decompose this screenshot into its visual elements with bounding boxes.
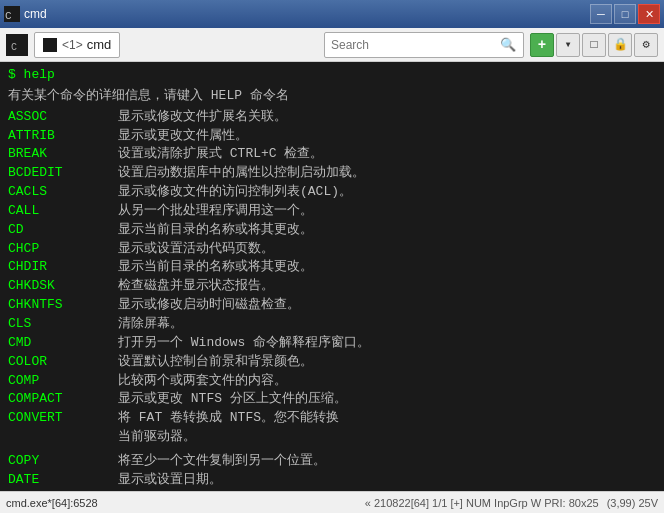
- cmd-name: CLS: [8, 315, 118, 334]
- cmd-name: COPY: [8, 452, 118, 471]
- cmd-name: CHDIR: [8, 258, 118, 277]
- table-row: CD显示当前目录的名称或将其更改。: [8, 221, 656, 240]
- maximize-button[interactable]: □: [614, 4, 636, 24]
- table-row: CHDIR显示当前目录的名称或将其更改。: [8, 258, 656, 277]
- table-row: COLOR设置默认控制台前景和背景颜色。: [8, 353, 656, 372]
- cmd-desc: 显示或修改启动时间磁盘检查。: [118, 296, 300, 315]
- cmd-name: ATTRIB: [8, 127, 118, 146]
- search-icon[interactable]: 🔍: [499, 36, 517, 54]
- cmd-name: CHKNTFS: [8, 296, 118, 315]
- cmd-name: CONVERT: [8, 409, 118, 428]
- status-bar: cmd.exe*[64]:6528 « 210822[64] 1/1 [+] N…: [0, 491, 664, 513]
- cmd-desc: 显示或更改 NTFS 分区上文件的压缩。: [118, 390, 347, 409]
- table-row: CONVERT将 FAT 卷转换成 NTFS。您不能转换: [8, 409, 656, 428]
- cmd-name: DATE: [8, 471, 118, 490]
- cmd-desc: 从另一个批处理程序调用这一个。: [118, 202, 313, 221]
- cmd-desc: 显示当前目录的名称或将其更改。: [118, 221, 313, 240]
- command-prompt-line: $ help: [8, 66, 656, 85]
- close-button[interactable]: ✕: [638, 4, 660, 24]
- settings-button[interactable]: ⚙: [634, 33, 658, 57]
- table-row: CMD打开另一个 Windows 命令解释程序窗口。: [8, 334, 656, 353]
- lock-button[interactable]: 🔒: [608, 33, 632, 57]
- cmd-desc: 比较两个或两套文件的内容。: [118, 372, 287, 391]
- cmd-desc: 设置默认控制台前景和背景颜色。: [118, 353, 313, 372]
- cmd-desc: 显示或设置日期。: [118, 471, 222, 490]
- tab-icon: [43, 38, 57, 52]
- svg-text:C: C: [11, 42, 17, 52]
- app-icon: C: [4, 6, 20, 22]
- cmd-name: DEL: [8, 490, 118, 491]
- window-controls: ─ □ ✕: [590, 4, 660, 24]
- dropdown-button[interactable]: ▾: [556, 33, 580, 57]
- cmd-name: BCDEDIT: [8, 164, 118, 183]
- table-row: CACLS显示或修改文件的访问控制列表(ACL)。: [8, 183, 656, 202]
- svg-text:C: C: [5, 10, 12, 22]
- table-row: BCDEDIT设置启动数据库中的属性以控制启动加载。: [8, 164, 656, 183]
- tab-label: cmd: [87, 37, 112, 52]
- cmd-desc: 设置或清除扩展式 CTRL+C 检查。: [118, 145, 323, 164]
- status-right: (3,99) 25V: [607, 497, 658, 509]
- cmd-desc: 打开另一个 Windows 命令解释程序窗口。: [118, 334, 370, 353]
- window-layout-button[interactable]: □: [582, 33, 606, 57]
- toolbar-app-icon: C: [6, 34, 28, 56]
- table-row: DATE显示或设置日期。: [8, 471, 656, 490]
- cmd-name: CHCP: [8, 240, 118, 259]
- cmd-name: CACLS: [8, 183, 118, 202]
- cmd-name: ASSOC: [8, 108, 118, 127]
- status-middle: « 210822[64] 1/1 [+] NUM InpGrp W PRI: 8…: [365, 497, 599, 509]
- command-list: ASSOC显示或修改文件扩展名关联。ATTRIB显示或更改文件属性。BREAK设…: [8, 108, 656, 491]
- cmd-name: COLOR: [8, 353, 118, 372]
- status-left: cmd.exe*[64]:6528: [6, 497, 357, 509]
- cmd-desc: 显示或设置活动代码页数。: [118, 240, 274, 259]
- add-tab-button[interactable]: +: [530, 33, 554, 57]
- cmd-desc: 显示或修改文件的访问控制列表(ACL)。: [118, 183, 352, 202]
- tab-number: <1>: [62, 38, 83, 52]
- search-input[interactable]: [331, 38, 499, 52]
- help-header-text: 有关某个命令的详细信息，请键入 HELP 命令名: [8, 87, 656, 106]
- cmd-desc: 清除屏幕。: [118, 315, 183, 334]
- cmd-name: CALL: [8, 202, 118, 221]
- cmd-desc: 将至少一个文件复制到另一个位置。: [118, 452, 326, 471]
- tab-item[interactable]: <1> cmd: [34, 32, 120, 58]
- toolbar: C <1> cmd 🔍 + ▾ □ 🔒 ⚙: [0, 28, 664, 62]
- cmd-name: CD: [8, 221, 118, 240]
- cmd-name: BREAK: [8, 145, 118, 164]
- cmd-desc: 显示或更改文件属性。: [118, 127, 248, 146]
- table-row: 当前驱动器。: [8, 428, 656, 447]
- search-box[interactable]: 🔍: [324, 32, 524, 58]
- title-text: cmd: [24, 7, 590, 21]
- table-row: ATTRIB显示或更改文件属性。: [8, 127, 656, 146]
- title-bar: C cmd ─ □ ✕: [0, 0, 664, 28]
- table-row: ASSOC显示或修改文件扩展名关联。: [8, 108, 656, 127]
- minimize-button[interactable]: ─: [590, 4, 612, 24]
- table-row: CALL从另一个批处理程序调用这一个。: [8, 202, 656, 221]
- cmd-desc: 设置启动数据库中的属性以控制启动加载。: [118, 164, 365, 183]
- cmd-name: COMPACT: [8, 390, 118, 409]
- cmd-desc: 显示当前目录的名称或将其更改。: [118, 258, 313, 277]
- toolbar-right-buttons: + ▾ □ 🔒 ⚙: [530, 33, 658, 57]
- cmd-desc: 显示或修改文件扩展名关联。: [118, 108, 287, 127]
- cmd-desc: 将 FAT 卷转换成 NTFS。您不能转换: [118, 409, 339, 428]
- table-row: CLS清除屏幕。: [8, 315, 656, 334]
- table-row: COPY将至少一个文件复制到另一个位置。: [8, 452, 656, 471]
- cmd-desc: 检查磁盘并显示状态报告。: [118, 277, 274, 296]
- cmd-name: COMP: [8, 372, 118, 391]
- table-row: CHKNTFS显示或修改启动时间磁盘检查。: [8, 296, 656, 315]
- table-row: COMPACT显示或更改 NTFS 分区上文件的压缩。: [8, 390, 656, 409]
- cmd-name: CHKDSK: [8, 277, 118, 296]
- table-row: CHCP显示或设置活动代码页数。: [8, 240, 656, 259]
- table-row: BREAK设置或清除扩展式 CTRL+C 检查。: [8, 145, 656, 164]
- terminal-content: $ help 有关某个命令的详细信息，请键入 HELP 命令名 ASSOC显示或…: [0, 62, 664, 491]
- table-row: CHKDSK检查磁盘并显示状态报告。: [8, 277, 656, 296]
- cmd-desc: 删除至少一个文件。: [118, 490, 235, 491]
- cmd-name: CMD: [8, 334, 118, 353]
- table-row: COMP比较两个或两套文件的内容。: [8, 372, 656, 391]
